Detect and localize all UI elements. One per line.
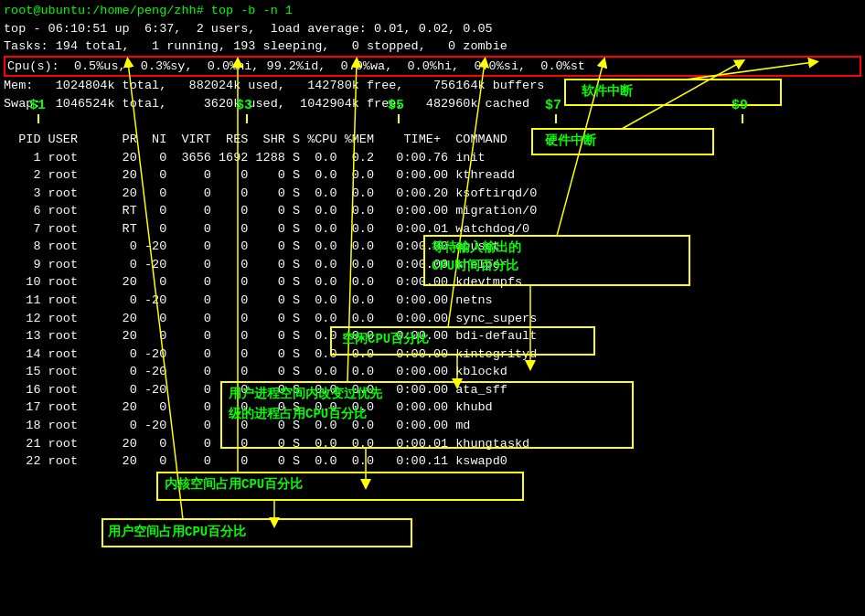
swap-line: Swap: 1046524k total, 3620k used, 104290… [4,95,861,113]
table-row: 16 root 0 -20 0 0 0 S 0.0 0.0 0:00.00 at… [4,381,861,399]
top-status-line: top - 06:10:51 up 6:37, 2 users, load av… [4,20,861,38]
table-row: 13 root 20 0 0 0 0 S 0.0 0.0 0:00.00 bdi… [4,327,861,345]
table-row: 14 root 0 -20 0 0 0 S 0.0 0.0 0:00.00 ki… [4,345,861,364]
table-row: 11 root 0 -20 0 0 0 S 0.0 0.0 0:00.00 ne… [4,292,861,310]
blank-line [4,112,861,131]
yonghu-space-label: 用户空间占用CPU百分比 [108,524,246,540]
tasks-line: Tasks: 194 total, 1 running, 193 sleepin… [4,37,861,56]
table-row: 7 root RT 0 0 0 0 S 0.0 0.0 0:00.01 watc… [4,220,861,239]
table-row: 12 root 20 0 0 0 0 S 0.0 0.0 0:00.00 syn… [4,310,861,328]
table-header: PID USER PR NI VIRT RES SHR S %CPU %MEM … [4,131,861,149]
table-row: 15 root 0 -20 0 0 0 S 0.0 0.0 0:00.00 kb… [4,363,861,381]
cpu-line: Cpu(s): 0.5%us, 0.3%sy, 0.0%ni, 99.2%id,… [4,56,861,78]
svg-rect-21 [102,519,411,547]
table-row: 2 root 20 0 0 0 0 S 0.0 0.0 0:00.00 kthr… [4,166,861,185]
table-row: 6 root RT 0 0 0 0 S 0.0 0.0 0:00.00 migr… [4,202,861,220]
prompt-line: root@ubuntu:/home/peng/zhh# top -b -n 1 [4,2,861,20]
table-row: 10 root 20 0 0 0 0 S 0.0 0.0 0:00.00 kde… [4,273,861,292]
table-row: 3 root 20 0 0 0 0 S 0.0 0.0 0:00.20 ksof… [4,185,861,203]
table-row: 18 root 0 -20 0 0 0 S 0.0 0.0 0:00.00 md [4,417,861,435]
table-row: 21 root 20 0 0 0 0 S 0.0 0.0 0:00.01 khu… [4,435,861,453]
table-row: 8 root 0 -20 0 0 0 S 0.0 0.0 0:00.00 cpu… [4,238,861,256]
process-table: 1 root 20 0 3656 1692 1288 S 0.0 0.2 0:0… [4,149,861,471]
table-row: 22 root 20 0 0 0 0 S 0.0 0.0 0:00.11 ksw… [4,452,861,471]
table-row: 1 root 20 0 3656 1692 1288 S 0.0 0.2 0:0… [4,149,861,167]
neihe-label: 内核空间占用CPU百分比 [165,476,303,493]
svg-rect-18 [157,473,523,500]
table-row: 9 root 0 -20 0 0 0 S 0.0 0.0 0:00.00 khe… [4,256,861,274]
table-row: 17 root 20 0 0 0 0 S 0.0 0.0 0:00.00 khu… [4,398,861,417]
mem-line: Mem: 1024804k total, 882024k used, 14278… [4,77,861,95]
